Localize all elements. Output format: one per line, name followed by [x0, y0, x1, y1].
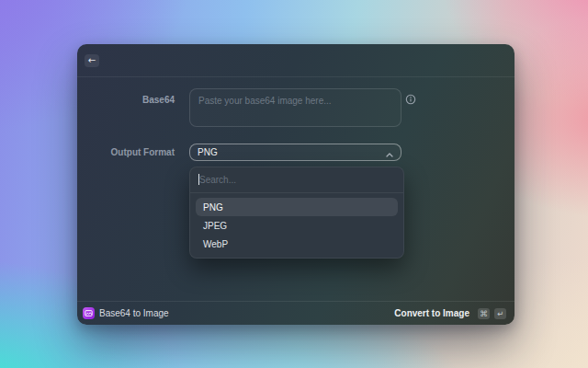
output-format-label: Output Format [77, 147, 175, 157]
window-footer: Base64 to Image Convert to Image ⌘ ↵ [77, 301, 514, 325]
back-button[interactable]: ← [85, 54, 99, 67]
form-content: Base64 Output Format PNG [77, 77, 514, 301]
dropdown-search-input[interactable] [190, 167, 403, 192]
dropdown-option-webp[interactable]: WebP [196, 235, 398, 253]
footer-extension: Base64 to Image [83, 307, 394, 319]
base64-label: Base64 [77, 95, 175, 105]
extension-name: Base64 to Image [99, 308, 169, 318]
text-caret [198, 174, 199, 185]
dropdown-option-jpeg[interactable]: JPEG [196, 216, 398, 235]
primary-action-label[interactable]: Convert to Image [394, 308, 469, 318]
output-format-select[interactable]: PNG [189, 144, 401, 161]
info-icon[interactable] [405, 94, 416, 105]
back-arrow-icon: ← [88, 54, 96, 66]
window-header: ← [77, 44, 514, 77]
base64-input[interactable] [189, 88, 401, 127]
select-value: PNG [198, 147, 386, 157]
dropdown-search [190, 167, 403, 192]
app-window: ← Base64 Output Format PNG [77, 44, 514, 325]
chevron-up-icon [386, 144, 393, 161]
dropdown-option-png[interactable]: PNG [196, 198, 398, 216]
command-key-badge: ⌘ [478, 308, 490, 319]
dropdown-options: PNG JPEG WebP [190, 193, 403, 258]
return-key-badge: ↵ [494, 308, 506, 319]
format-dropdown: PNG JPEG WebP [189, 167, 404, 259]
desktop-background: ← Base64 Output Format PNG [0, 0, 588, 368]
footer-actions: Convert to Image ⌘ ↵ [394, 308, 506, 319]
extension-icon [83, 307, 95, 319]
